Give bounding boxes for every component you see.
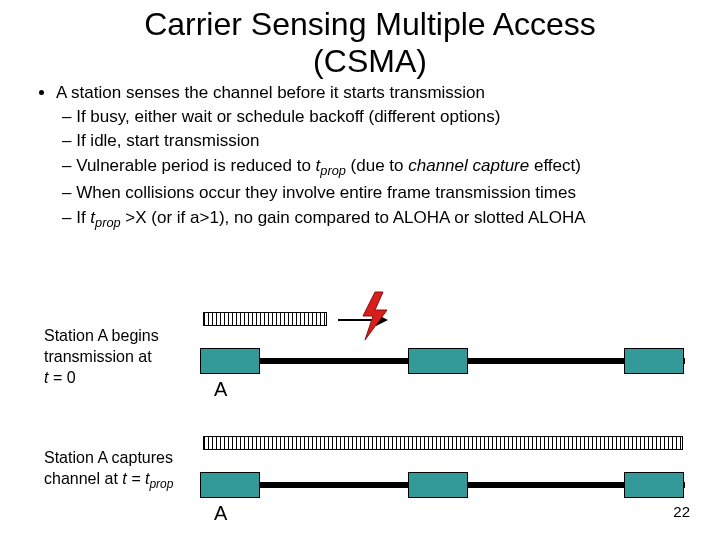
r1c1: Station A begins (44, 327, 159, 344)
r2c1: Station A captures (44, 449, 173, 466)
sub-bullet-2: If idle, start transmission (80, 130, 698, 152)
sub-bullet-1: If busy, either wait or schedule backoff… (80, 106, 698, 128)
station-a-box-2 (200, 472, 260, 498)
sub-bullet-5: If tprop >X (or if a>1), no gain compare… (80, 207, 698, 232)
row2-timeline: A (200, 442, 690, 532)
r1c2: transmission at (44, 348, 152, 365)
sb3-em: channel capture (408, 156, 529, 175)
station-right-box (624, 348, 684, 374)
station-a-box (200, 348, 260, 374)
station-mid-box-2 (408, 472, 468, 498)
diagram-row-2: Station A captures channel at t = tprop … (0, 442, 720, 532)
title-line-1: Carrier Sensing Multiple Access (144, 6, 596, 42)
svg-marker-0 (363, 292, 387, 340)
diagram-row-1: Station A begins transmission at t = 0 A (0, 318, 720, 428)
station-a-label-2: A (214, 502, 227, 525)
title-line-2: (CSMA) (313, 43, 427, 79)
bullet-main: A station senses the channel before it s… (56, 82, 698, 232)
lightning-icon (355, 290, 395, 342)
station-a-label: A (214, 378, 227, 401)
sb3-post: (due to (346, 156, 408, 175)
sb3-sub: prop (320, 163, 346, 178)
r1c3b: = 0 (48, 369, 75, 386)
sub-bullet-4: When collisions occur they involve entir… (80, 182, 698, 204)
bullet-main-text: A station senses the channel before it s… (56, 83, 485, 102)
sub-bullet-3: Vulnerable period is reduced to tprop (d… (80, 155, 698, 180)
slide-number: 22 (673, 503, 690, 520)
slide-title: Carrier Sensing Multiple Access (CSMA) (60, 6, 680, 80)
propagation-region-2 (203, 436, 683, 450)
sb3-pre: Vulnerable period is reduced to (76, 156, 315, 175)
sb5-sub: prop (95, 215, 121, 230)
r2c2c: prop (149, 477, 173, 491)
station-right-box-2 (624, 472, 684, 498)
row1-caption: Station A begins transmission at t = 0 (44, 326, 204, 388)
r2c2a: channel at (44, 470, 122, 487)
propagation-region (203, 312, 327, 326)
sb3-tail: effect) (529, 156, 581, 175)
sb5-pre: If (76, 208, 90, 227)
row1-timeline: A (200, 318, 690, 408)
sb5-post: >X (or if a>1), no gain compared to ALOH… (121, 208, 586, 227)
station-mid-box (408, 348, 468, 374)
bullet-list: A station senses the channel before it s… (38, 82, 698, 232)
row2-caption: Station A captures channel at t = tprop (44, 448, 204, 493)
r2c2b: t = t (122, 470, 149, 487)
